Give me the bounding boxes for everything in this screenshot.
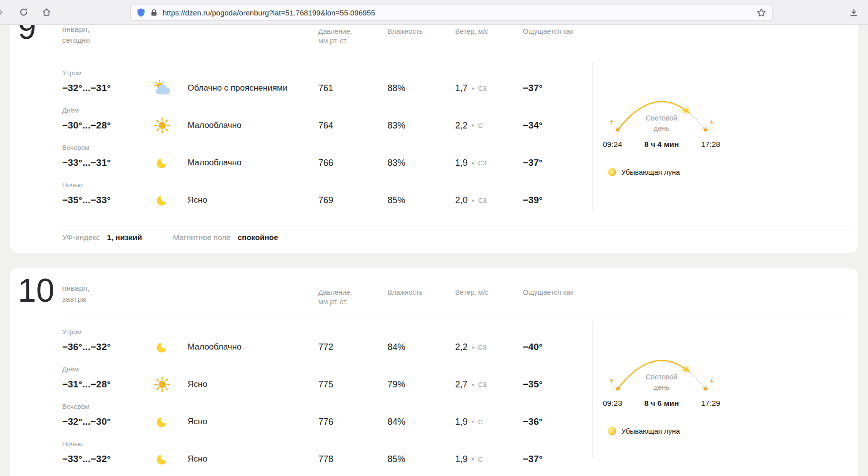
wind-header: Ветер, м/с	[455, 27, 523, 46]
temperature-range: −30°...−28°	[62, 120, 154, 131]
temperature-range: −36°...−32°	[62, 342, 154, 353]
time-of-day-label: Ночью	[62, 181, 154, 189]
pressure-header: Давление,мм рт. ст.	[318, 27, 387, 46]
wind-cell: 1,9 ▲ С	[455, 417, 523, 427]
uv-index-label: УФ-индекс	[62, 233, 100, 242]
wind-direction-label: СЗ	[478, 159, 486, 167]
wind-speed: 2,0	[455, 195, 468, 206]
weather-moon-icon	[154, 154, 188, 171]
forecast-row-morning: Утром −32°...−31° Облачно с прояснениями…	[62, 65, 592, 102]
feels-like-value: −37°	[523, 157, 592, 168]
temperature-range: −33°...−32°	[62, 454, 154, 465]
pressure-value: 776	[318, 417, 387, 427]
forecast-row-day: Днём −31°...−28° Ясно 775 79% 2,7 ▲ СЗ −…	[62, 361, 592, 398]
weather-page: 9 января, сегодня Давление,мм рт. ст. Вл…	[0, 25, 868, 476]
time-of-day-label: Вечером	[62, 403, 154, 410]
daylight-label: Световойдень	[608, 113, 715, 134]
condition-label: Облачно с прояснениями	[188, 83, 318, 93]
weather-moon-icon	[154, 451, 188, 468]
time-of-day-label: Днём	[62, 107, 154, 114]
feels-like-value: −39°	[523, 195, 592, 206]
wind-direction-label: СЗ	[478, 197, 486, 204]
forward-icon[interactable]	[0, 5, 8, 20]
humidity-value: 83%	[387, 158, 455, 168]
wind-speed: 2,2	[455, 120, 468, 131]
condition-label: Малооблачно	[188, 120, 318, 130]
day-card-today: 9 января, сегодня Давление,мм рт. ст. Вл…	[10, 25, 858, 253]
wind-cell: 2,2 ▲ С	[455, 120, 523, 131]
moon-phase-row: Убывающая луна	[608, 168, 858, 176]
forecast-row-morning: Утром −36°...−32° Малооблачно 772 84% 2,…	[62, 324, 592, 361]
magnetic-field-label: Магнитное поле	[173, 233, 231, 242]
wind-speed: 1,9	[455, 454, 468, 465]
wind-cell: 2,2 ▲ СЗ	[455, 342, 523, 353]
forecast-row-day: Днём −30°...−28° Малооблачно 764 83% 2,2…	[62, 102, 592, 139]
temperature-range: −35°...−33°	[62, 195, 154, 206]
browser-toolbar: https://dzen.ru/pogoda/orenburg?lat=51.7…	[0, 0, 868, 25]
humidity-value: 84%	[387, 342, 455, 353]
pressure-value: 769	[318, 195, 387, 206]
bookmark-star-icon[interactable]	[757, 8, 766, 17]
pressure-header: Давление,мм рт. ст.	[318, 288, 387, 307]
forecast-row-night: Ночью −35°...−33° Ясно 769 85% 2,0 ▲ СЗ …	[62, 177, 592, 214]
feels-like-header: Ощущается как	[523, 288, 858, 307]
feels-like-value: −35°	[523, 379, 592, 390]
wind-direction-label: СЗ	[478, 344, 486, 351]
day-number: 10	[18, 274, 54, 307]
wind-direction-label: СЗ	[478, 381, 486, 388]
daylight-panel: Световойдень 09:24 8 ч 4 мин 17:28 Убыва…	[593, 54, 858, 226]
home-button[interactable]	[39, 5, 54, 20]
wind-direction-arrow: ▲	[471, 123, 475, 128]
feels-like-value: −34°	[523, 120, 592, 131]
condition-label: Малооблачно	[188, 158, 318, 168]
condition-label: Ясно	[188, 195, 318, 205]
daylight-duration: 8 ч 6 мин	[644, 399, 679, 408]
wind-direction-arrow: ▲	[470, 197, 476, 204]
humidity-value: 79%	[387, 379, 455, 390]
weather-moon-icon	[154, 339, 188, 356]
moon-phase-row: Убывающая луна	[608, 427, 858, 435]
temperature-range: −31°...−28°	[62, 379, 154, 390]
extra-indices-row: УФ-индекс 1, низкий Магнитное поле споко…	[62, 226, 858, 253]
wind-cell: 1,9 ▲ СЗ	[455, 158, 523, 168]
url-bar[interactable]: https://dzen.ru/pogoda/orenburg?lat=51.7…	[130, 4, 772, 21]
temperature-range: −33°...−31°	[62, 157, 154, 168]
humidity-header: Влажность	[387, 27, 455, 46]
tracking-shield-icon[interactable]	[137, 8, 145, 17]
download-icon[interactable]	[846, 5, 861, 20]
temperature-range: −32°...−31°	[62, 83, 154, 94]
condition-label: Ясно	[188, 379, 318, 389]
feels-like-value: −36°	[523, 416, 592, 427]
time-of-day-label: Утром	[62, 69, 154, 77]
wind-header: Ветер, м/с	[455, 288, 523, 307]
day-number: 9	[18, 25, 36, 44]
forecast-table: Утром −32°...−31° Облачно с прояснениями…	[62, 54, 592, 226]
moon-phase-label: Убывающая луна	[621, 427, 680, 435]
lock-icon[interactable]	[150, 8, 158, 17]
pressure-value: 766	[318, 158, 387, 168]
weather-sun-icon	[154, 117, 188, 134]
feels-like-value: −37°	[523, 83, 592, 94]
time-of-day-label: Вечером	[62, 144, 154, 151]
weather-moon-icon	[154, 192, 188, 209]
wind-speed: 1,9	[455, 417, 468, 427]
forecast-row-evening: Вечером −33°...−31° Малооблачно 766 83% …	[62, 139, 592, 177]
wind-cell: 2,7 ▲ СЗ	[455, 379, 523, 390]
temperature-range: −32°...−30°	[62, 416, 154, 427]
sunrise-time: 09:23	[603, 399, 622, 408]
url-text[interactable]: https://dzen.ru/pogoda/orenburg?lat=51.7…	[163, 8, 375, 17]
refresh-button[interactable]	[16, 5, 31, 20]
humidity-value: 88%	[387, 83, 455, 94]
wind-cell: 1,9 ▲ С	[455, 454, 523, 465]
pressure-value: 778	[318, 454, 387, 465]
daylight-panel: Световойдень 09:23 8 ч 6 мин 17:29 Убыва…	[593, 313, 858, 473]
humidity-header: Влажность	[387, 288, 455, 307]
wind-direction-label: С	[478, 418, 482, 426]
feels-like-header: Ощущается как	[523, 27, 858, 46]
wind-direction-arrow: ▲	[470, 381, 476, 388]
moon-icon	[608, 168, 616, 176]
wind-direction-label: С	[478, 122, 482, 129]
feels-like-value: −40°	[523, 342, 592, 353]
pressure-value: 761	[318, 83, 387, 94]
wind-direction-label: С	[478, 456, 482, 463]
